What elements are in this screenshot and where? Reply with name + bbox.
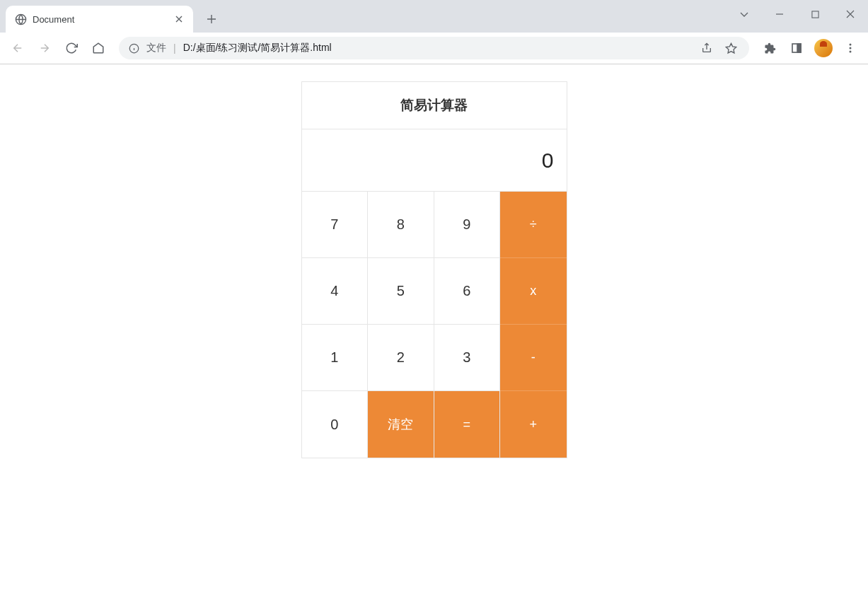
svg-point-6 [850, 47, 852, 50]
divide-button[interactable]: ÷ [500, 192, 567, 258]
tab-bar: Document [0, 0, 868, 33]
digit-5-button[interactable]: 5 [368, 258, 434, 325]
new-tab-button[interactable] [202, 9, 221, 29]
avatar[interactable] [814, 39, 833, 57]
maximize-button[interactable] [797, 0, 833, 28]
digit-2-button[interactable]: 2 [368, 325, 434, 391]
digit-3-button[interactable]: 3 [434, 325, 501, 391]
calculator-display: 0 [302, 129, 567, 192]
digit-9-button[interactable]: 9 [434, 192, 501, 258]
forward-button[interactable] [33, 36, 57, 60]
calculator: 简易计算器 0 7 8 9 ÷ 4 5 6 x 1 2 3 - 0 清空 = + [301, 81, 567, 458]
back-button[interactable] [6, 36, 30, 60]
svg-point-7 [850, 51, 852, 53]
digit-8-button[interactable]: 8 [368, 192, 434, 258]
minimize-button[interactable] [762, 0, 797, 28]
address-separator: | [173, 42, 176, 54]
address-url: D:/桌面/练习测试/简易计算器.html [183, 42, 691, 54]
digit-4-button[interactable]: 4 [302, 258, 369, 325]
star-icon[interactable] [722, 42, 739, 54]
clear-button[interactable]: 清空 [368, 391, 434, 458]
svg-rect-1 [811, 11, 818, 17]
svg-rect-4 [797, 44, 801, 52]
equals-button[interactable]: = [434, 391, 501, 458]
chevron-down-icon[interactable] [727, 0, 762, 28]
share-icon[interactable] [698, 42, 715, 54]
close-window-button[interactable] [833, 0, 868, 28]
digit-7-button[interactable]: 7 [302, 192, 369, 258]
address-bar[interactable]: 文件 | D:/桌面/练习测试/简易计算器.html [119, 37, 749, 59]
close-icon[interactable] [173, 13, 185, 25]
menu-icon[interactable] [838, 36, 862, 60]
digit-1-button[interactable]: 1 [302, 325, 369, 391]
subtract-button[interactable]: - [500, 325, 567, 391]
svg-point-5 [850, 44, 852, 46]
page-content: 简易计算器 0 7 8 9 ÷ 4 5 6 x 1 2 3 - 0 清空 = + [0, 64, 868, 458]
info-icon[interactable] [129, 43, 139, 54]
toolbar: 文件 | D:/桌面/练习测试/简易计算器.html [0, 33, 868, 64]
extensions-icon[interactable] [758, 36, 782, 60]
tab-title: Document [33, 14, 173, 25]
window-controls [727, 0, 868, 28]
panel-icon[interactable] [785, 36, 809, 60]
multiply-button[interactable]: x [500, 258, 567, 325]
home-button[interactable] [86, 36, 110, 60]
calculator-title: 简易计算器 [302, 82, 567, 129]
calculator-keypad: 7 8 9 ÷ 4 5 6 x 1 2 3 - 0 清空 = + [302, 192, 567, 458]
reload-button[interactable] [59, 36, 83, 60]
browser-tab[interactable]: Document [6, 6, 193, 33]
globe-icon [14, 13, 27, 25]
browser-chrome: Document [0, 0, 868, 64]
digit-0-button[interactable]: 0 [302, 391, 369, 458]
address-label: 文件 [146, 42, 166, 54]
digit-6-button[interactable]: 6 [434, 258, 501, 325]
add-button[interactable]: + [500, 391, 567, 458]
